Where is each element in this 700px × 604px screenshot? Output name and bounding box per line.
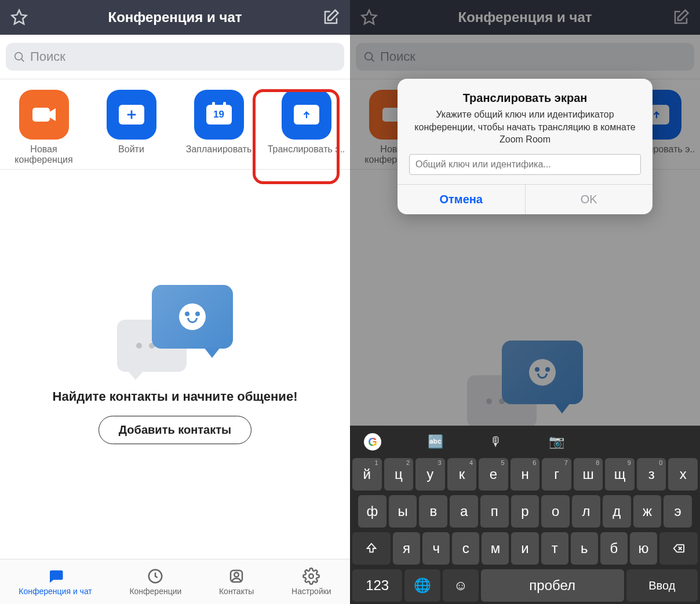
sharing-key-input[interactable]	[409, 154, 641, 175]
svg-point-10	[309, 574, 314, 579]
key-н[interactable]: н6	[511, 458, 540, 490]
sticker-icon[interactable]: 📷	[549, 434, 564, 449]
svg-line-2	[21, 59, 24, 61]
chat-illustration	[117, 285, 233, 378]
key-у[interactable]: у3	[415, 458, 445, 490]
key-м[interactable]: м	[482, 532, 509, 565]
key-ю[interactable]: ю	[630, 532, 657, 565]
tab-contacts[interactable]: Контакты	[219, 568, 254, 596]
svg-line-13	[371, 59, 374, 61]
svg-point-9	[234, 573, 239, 577]
key-э[interactable]: э	[663, 495, 692, 528]
empty-state: Найдите контакты и начните общение! Доба…	[0, 170, 350, 559]
cancel-button[interactable]: Отмена	[398, 185, 526, 214]
key-enter[interactable]: Ввод	[626, 569, 698, 602]
svg-marker-0	[12, 10, 27, 24]
key-л[interactable]: л	[572, 495, 600, 528]
key-р[interactable]: р	[511, 495, 539, 528]
translate-icon[interactable]: 🔤	[428, 434, 443, 449]
search-placeholder: Поиск	[30, 49, 65, 64]
header-bar-2: Конференция и чат	[350, 0, 700, 35]
calendar-icon: 19	[194, 90, 244, 140]
key-о[interactable]: о	[541, 495, 570, 528]
key-п[interactable]: п	[480, 495, 509, 528]
key-т[interactable]: т	[541, 532, 568, 565]
key-ц[interactable]: ц2	[384, 458, 414, 490]
phone-left: Конференция и чат Поиск Новая конференци…	[0, 0, 350, 604]
key-и[interactable]: и	[511, 532, 538, 565]
share-screen-dialog: Транслировать экран Укажите общий ключ и…	[398, 79, 652, 214]
compose-icon[interactable]	[672, 9, 690, 26]
star-icon[interactable]	[10, 9, 28, 26]
header-bar: Конференция и чат	[0, 0, 350, 35]
search-input-2[interactable]: Поиск	[356, 43, 694, 71]
key-я[interactable]: я	[393, 532, 420, 565]
key-ы[interactable]: ы	[389, 495, 417, 528]
plus-icon	[107, 90, 156, 140]
key-х[interactable]: х	[668, 458, 698, 490]
phone-right: Конференция и чат Поиск Новая конференци…	[350, 0, 700, 604]
new-meeting-action[interactable]: Новая конференция	[3, 90, 85, 164]
key-б[interactable]: б	[600, 532, 628, 565]
join-action[interactable]: Войти	[91, 90, 172, 164]
key-г[interactable]: г7	[542, 458, 571, 490]
key-к[interactable]: к4	[447, 458, 477, 490]
add-contacts-button[interactable]: Добавить контакты	[99, 416, 251, 444]
globe-icon[interactable]: 🌐	[404, 569, 440, 602]
search-container: Поиск	[0, 35, 350, 79]
tab-meetings[interactable]: Конференции	[129, 568, 181, 596]
share-screen-icon	[282, 90, 331, 140]
search-icon	[363, 50, 375, 63]
tab-chat[interactable]: Конференция и чат	[19, 568, 92, 596]
key-щ[interactable]: щ9	[605, 458, 635, 490]
key-а[interactable]: а	[450, 495, 478, 528]
emoji-icon[interactable]: ☺	[443, 569, 479, 602]
ok-button[interactable]: OK	[526, 185, 653, 214]
voice-icon[interactable]: 🎙	[490, 434, 502, 449]
dialog-message: Укажите общий ключ или идентификатор кон…	[409, 108, 641, 146]
key-с[interactable]: с	[452, 532, 479, 565]
svg-point-1	[15, 53, 23, 60]
shift-icon[interactable]	[352, 532, 391, 565]
key-numeric[interactable]: 123	[352, 569, 402, 602]
star-icon[interactable]	[360, 9, 378, 26]
key-в[interactable]: в	[419, 495, 447, 528]
key-з[interactable]: з0	[637, 458, 666, 490]
search-input[interactable]: Поиск	[6, 43, 344, 71]
svg-rect-14	[382, 108, 400, 122]
dialog-title: Транслировать экран	[409, 91, 641, 105]
key-е[interactable]: е5	[479, 458, 508, 490]
key-ч[interactable]: ч	[422, 532, 450, 565]
key-й[interactable]: й1	[352, 458, 382, 490]
video-icon	[19, 90, 69, 140]
search-icon	[13, 50, 25, 63]
share-screen-action[interactable]: Транслировать э..	[266, 90, 347, 164]
key-ж[interactable]: ж	[633, 495, 662, 528]
key-space[interactable]: пробел	[481, 569, 624, 602]
backspace-icon[interactable]	[659, 532, 698, 565]
svg-rect-3	[32, 108, 50, 122]
key-ш[interactable]: ш8	[574, 458, 603, 490]
schedule-action[interactable]: 19 Запланировать	[178, 90, 260, 164]
tab-settings[interactable]: Настройки	[291, 568, 331, 596]
keyboard: G 🔤 🎙 📷 й1ц2у3к4е5н6г7ш8щ9з0х фывапролдж…	[350, 426, 700, 604]
svg-marker-11	[362, 10, 377, 24]
svg-point-12	[365, 53, 373, 60]
page-title-2: Конференция и чат	[458, 9, 592, 25]
tab-bar: Конференция и чат Конференции Контакты Н…	[0, 559, 350, 604]
key-ь[interactable]: ь	[571, 532, 598, 565]
actions-row: Новая конференция Войти 19 Запланировать…	[0, 79, 350, 170]
page-title: Конференция и чат	[108, 9, 242, 25]
key-ф[interactable]: ф	[358, 495, 387, 528]
google-icon[interactable]: G	[364, 433, 381, 451]
empty-title: Найдите контакты и начните общение!	[53, 389, 298, 404]
compose-icon[interactable]	[322, 9, 340, 26]
key-д[interactable]: д	[603, 495, 631, 528]
